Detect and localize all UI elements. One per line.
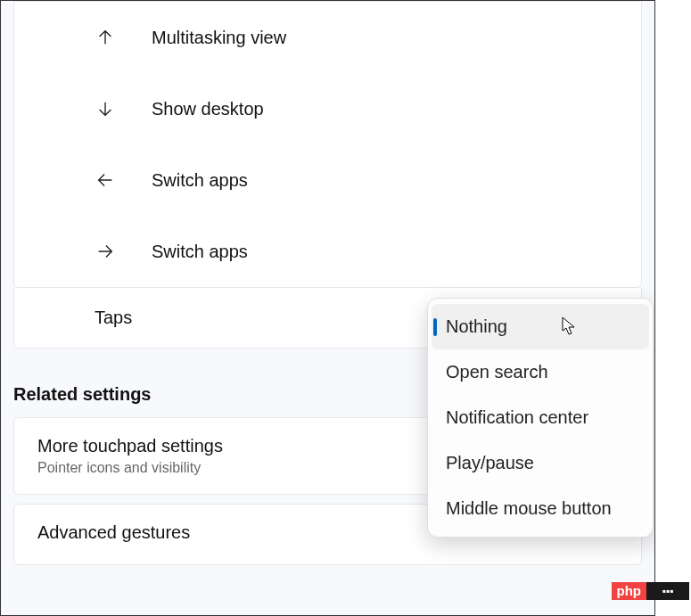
gesture-label: Multitasking view xyxy=(152,28,286,48)
spacer xyxy=(1,574,654,615)
watermark-dark: ▪▪▪ xyxy=(646,582,689,600)
dropdown-item-label: Middle mouse button xyxy=(446,498,612,519)
arrow-up-icon xyxy=(95,27,116,48)
dropdown-item-notification-center[interactable]: Notification center xyxy=(432,395,649,440)
arrow-down-icon xyxy=(95,98,116,119)
dropdown-item-open-search[interactable]: Open search xyxy=(432,349,649,395)
dropdown-item-label: Notification center xyxy=(446,407,588,428)
gesture-label: Switch apps xyxy=(152,242,248,262)
arrow-right-icon xyxy=(95,241,116,262)
gesture-label: Switch apps xyxy=(152,170,248,191)
gesture-row-switch-right[interactable]: Switch apps xyxy=(14,216,641,287)
taps-label: Taps xyxy=(95,308,132,328)
watermark-badge: php ▪▪▪ xyxy=(612,582,690,600)
watermark-text: php xyxy=(612,582,647,600)
gesture-label: Show desktop xyxy=(152,99,264,119)
gesture-row-desktop[interactable]: Show desktop xyxy=(14,73,641,144)
dropdown-item-label: Nothing xyxy=(446,316,507,337)
dropdown-item-play-pause[interactable]: Play/pause xyxy=(432,440,649,486)
settings-window: Multitasking view Show desktop Switch ap… xyxy=(0,0,655,616)
dropdown-item-label: Open search xyxy=(446,362,548,382)
gesture-row-switch-left[interactable]: Switch apps xyxy=(14,144,641,216)
dropdown-item-middle-mouse[interactable]: Middle mouse button xyxy=(432,486,649,531)
gesture-panel: Multitasking view Show desktop Switch ap… xyxy=(13,1,642,288)
dropdown-item-label: Play/pause xyxy=(446,453,534,473)
gesture-row-multitasking[interactable]: Multitasking view xyxy=(14,2,641,73)
dropdown-item-nothing[interactable]: Nothing xyxy=(432,304,649,349)
arrow-left-icon xyxy=(95,169,116,191)
taps-dropdown-menu: Nothing Open search Notification center … xyxy=(427,298,654,538)
